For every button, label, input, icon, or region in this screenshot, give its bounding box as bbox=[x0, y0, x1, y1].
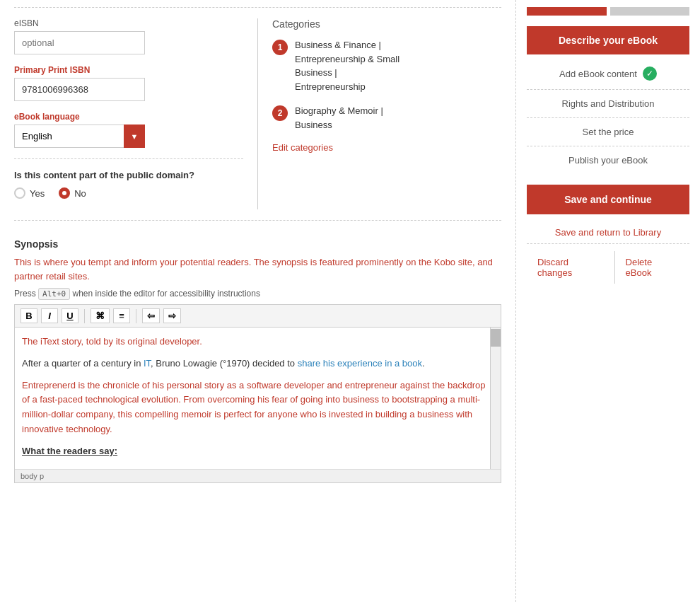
accessibility-prefix: Press bbox=[14, 289, 38, 299]
synopsis-para-2: After a quarter of a century in IT, Brun… bbox=[22, 357, 486, 371]
toolbar-underline[interactable]: U bbox=[62, 308, 78, 323]
category-item-2: 2 Biography & Memoir |Business bbox=[272, 104, 501, 132]
nav-publish-label: Publish your eBook bbox=[568, 155, 648, 166]
radio-no[interactable]: No bbox=[59, 187, 86, 199]
right-panel: Describe your eBook Add eBook content ✓ … bbox=[516, 0, 700, 602]
eisbn-label: eISBN bbox=[14, 18, 243, 28]
discard-changes-link[interactable]: Discard changes bbox=[527, 251, 615, 284]
edit-categories-link[interactable]: Edit categories bbox=[272, 142, 333, 153]
radio-no-label: No bbox=[74, 188, 86, 199]
toolbar-ordered-list[interactable]: ⌘ bbox=[91, 308, 110, 323]
toolbar-outdent[interactable]: ⇦ bbox=[142, 308, 160, 323]
editor-container: B I U ⌘ ≡ ⇦ ⇨ The iText story, told by i… bbox=[14, 304, 501, 483]
toolbar-italic[interactable]: I bbox=[41, 308, 58, 323]
nav-active-describe[interactable]: Describe your eBook bbox=[527, 26, 689, 54]
bottom-actions: Discard changes Delete eBook bbox=[527, 251, 689, 284]
editor-body: The iText story, told by its original de… bbox=[15, 328, 501, 469]
editor-toolbar: B I U ⌘ ≡ ⇦ ⇨ bbox=[15, 305, 501, 328]
nav-set-price[interactable]: Set the price bbox=[527, 118, 689, 146]
categories-section: Categories 1 Business & Finance |Entrepr… bbox=[258, 18, 501, 209]
category-badge-1: 1 bbox=[272, 40, 288, 55]
accessibility-suffix: when inside the editor for accessibility… bbox=[70, 289, 260, 299]
categories-title: Categories bbox=[272, 18, 501, 30]
toolbar-bold[interactable]: B bbox=[21, 308, 37, 323]
radio-yes-label: Yes bbox=[30, 188, 45, 199]
radio-no-circle bbox=[59, 187, 70, 199]
eisbn-input[interactable] bbox=[14, 31, 145, 54]
nav-add-ebook-label: Add eBook content bbox=[559, 69, 637, 79]
progress-bar bbox=[527, 7, 689, 16]
language-select[interactable]: English French Spanish German bbox=[14, 125, 145, 148]
editor-scrollbar[interactable] bbox=[490, 328, 501, 469]
editor-content-area[interactable]: The iText story, told by its original de… bbox=[15, 328, 501, 469]
synopsis-section: Synopsis This is where you tempt and inf… bbox=[14, 231, 501, 490]
progress-filled bbox=[527, 7, 607, 16]
save-continue-button[interactable]: Save and continue bbox=[527, 185, 689, 214]
nav-add-ebook-content[interactable]: Add eBook content ✓ bbox=[527, 58, 689, 90]
synopsis-para-3: Entreprenerd is the chronicle of his per… bbox=[22, 378, 486, 437]
editor-scroll-thumb bbox=[491, 329, 501, 347]
nav-publish[interactable]: Publish your eBook bbox=[527, 146, 689, 174]
synopsis-description: This is where you tempt and inform your … bbox=[14, 255, 501, 283]
form-divider-1 bbox=[14, 158, 243, 159]
delete-ebook-link[interactable]: Delete eBook bbox=[615, 251, 689, 284]
accessibility-key: Alt+0 bbox=[38, 288, 70, 300]
accessibility-note: Press Alt+0 when inside the editor for a… bbox=[14, 289, 501, 299]
form-divider-2 bbox=[14, 220, 501, 221]
category-badge-2: 2 bbox=[272, 105, 288, 121]
toolbar-sep-1 bbox=[84, 309, 85, 323]
toolbar-unordered-list[interactable]: ≡ bbox=[113, 308, 130, 323]
radio-yes-circle bbox=[14, 187, 25, 199]
top-divider bbox=[14, 7, 501, 8]
toolbar-indent[interactable]: ⇨ bbox=[163, 308, 181, 323]
primary-isbn-input[interactable] bbox=[14, 78, 145, 101]
editor-statusbar: body p bbox=[15, 469, 501, 482]
category-item-1: 1 Business & Finance |Entrepreneurship &… bbox=[272, 38, 501, 93]
eisbn-group: eISBN bbox=[14, 18, 243, 54]
primary-isbn-group: Primary Print ISBN bbox=[14, 65, 243, 101]
language-label: eBook language bbox=[14, 112, 243, 122]
save-library-link[interactable]: Save and return to Library bbox=[527, 221, 689, 244]
toolbar-sep-2 bbox=[136, 309, 136, 323]
public-domain-label: Is this content part of the public domai… bbox=[14, 170, 243, 180]
language-group: eBook language English French Spanish Ge… bbox=[14, 112, 243, 148]
progress-empty bbox=[610, 7, 690, 16]
nav-rights-distribution[interactable]: Rights and Distribution bbox=[527, 90, 689, 118]
checkmark-icon: ✓ bbox=[643, 66, 657, 81]
category-text-2: Biography & Memoir |Business bbox=[295, 104, 383, 132]
category-text-1: Business & Finance |Entrepreneurship & S… bbox=[295, 38, 399, 93]
nav-rights-label: Rights and Distribution bbox=[562, 98, 655, 109]
public-domain-group: Is this content part of the public domai… bbox=[14, 170, 243, 199]
synopsis-para-1: The iText story, told by its original de… bbox=[22, 335, 486, 349]
nav-price-label: Set the price bbox=[583, 127, 634, 137]
radio-group: Yes No bbox=[14, 187, 243, 199]
radio-yes[interactable]: Yes bbox=[14, 187, 45, 199]
synopsis-title: Synopsis bbox=[14, 238, 501, 250]
language-dropdown-wrapper: English French Spanish German ▼ bbox=[14, 125, 145, 148]
primary-isbn-label: Primary Print ISBN bbox=[14, 65, 243, 75]
synopsis-para-4: What the readers say: bbox=[22, 444, 486, 459]
